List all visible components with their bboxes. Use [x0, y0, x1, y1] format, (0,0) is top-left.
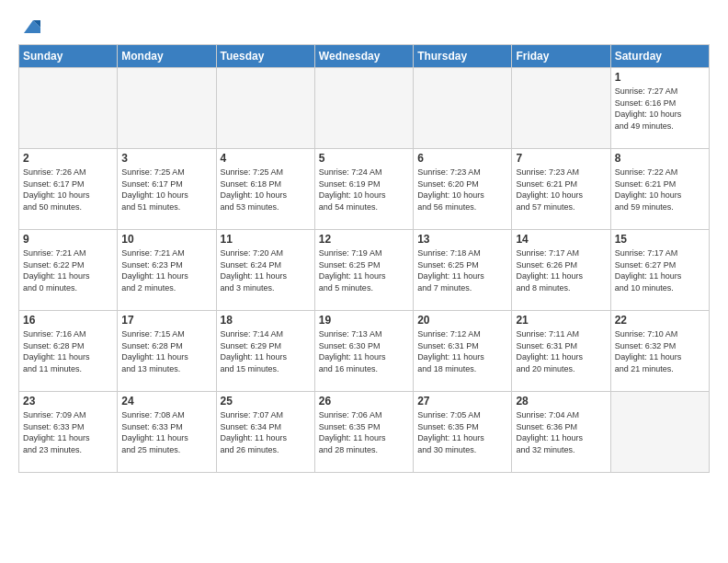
day-info: Sunrise: 7:26 AM Sunset: 6:17 PM Dayligh…: [23, 167, 113, 213]
weekday-wednesday: Wednesday: [314, 45, 413, 68]
day-number: 13: [417, 233, 507, 246]
day-number: 26: [319, 395, 409, 408]
day-number: 9: [23, 233, 113, 246]
day-number: 25: [221, 395, 311, 408]
empty-cell: [512, 68, 610, 149]
header: [18, 17, 710, 37]
day-info: Sunrise: 7:07 AM Sunset: 6:34 PM Dayligh…: [221, 409, 311, 455]
day-number: 21: [516, 314, 606, 327]
day-number: 4: [221, 152, 311, 165]
day-number: 7: [516, 152, 606, 165]
empty-cell: [118, 68, 216, 149]
day-18: 18Sunrise: 7:14 AM Sunset: 6:29 PM Dayli…: [216, 311, 314, 392]
day-3: 3Sunrise: 7:25 AM Sunset: 6:17 PM Daylig…: [118, 149, 216, 230]
weekday-thursday: Thursday: [414, 45, 512, 68]
weekday-saturday: Saturday: [610, 45, 709, 68]
day-info: Sunrise: 7:23 AM Sunset: 6:21 PM Dayligh…: [516, 167, 606, 213]
weekday-monday: Monday: [118, 45, 216, 68]
day-number: 10: [121, 233, 211, 246]
empty-cell: [19, 68, 118, 149]
week-row-3: 9Sunrise: 7:21 AM Sunset: 6:22 PM Daylig…: [19, 230, 710, 311]
empty-cell: [414, 68, 512, 149]
empty-cell: [216, 68, 314, 149]
week-row-1: 1Sunrise: 7:27 AM Sunset: 6:16 PM Daylig…: [19, 68, 710, 149]
logo: [18, 17, 40, 37]
day-number: 14: [516, 233, 606, 246]
day-28: 28Sunrise: 7:04 AM Sunset: 6:36 PM Dayli…: [512, 392, 610, 473]
day-4: 4Sunrise: 7:25 AM Sunset: 6:18 PM Daylig…: [216, 149, 314, 230]
day-info: Sunrise: 7:06 AM Sunset: 6:35 PM Dayligh…: [319, 409, 409, 455]
day-23: 23Sunrise: 7:09 AM Sunset: 6:33 PM Dayli…: [19, 392, 118, 473]
day-info: Sunrise: 7:19 AM Sunset: 6:25 PM Dayligh…: [319, 247, 409, 293]
day-number: 8: [615, 152, 705, 165]
day-info: Sunrise: 7:11 AM Sunset: 6:31 PM Dayligh…: [516, 328, 606, 374]
day-info: Sunrise: 7:08 AM Sunset: 6:33 PM Dayligh…: [121, 409, 211, 455]
week-row-2: 2Sunrise: 7:26 AM Sunset: 6:17 PM Daylig…: [19, 149, 710, 230]
day-25: 25Sunrise: 7:07 AM Sunset: 6:34 PM Dayli…: [216, 392, 314, 473]
weekday-header-row: SundayMondayTuesdayWednesdayThursdayFrid…: [19, 45, 710, 68]
calendar: SundayMondayTuesdayWednesdayThursdayFrid…: [18, 44, 710, 473]
day-26: 26Sunrise: 7:06 AM Sunset: 6:35 PM Dayli…: [314, 392, 413, 473]
day-13: 13Sunrise: 7:18 AM Sunset: 6:25 PM Dayli…: [414, 230, 512, 311]
day-number: 24: [121, 395, 211, 408]
weekday-friday: Friday: [512, 45, 610, 68]
day-27: 27Sunrise: 7:05 AM Sunset: 6:35 PM Dayli…: [414, 392, 512, 473]
empty-cell: [314, 68, 413, 149]
day-1: 1Sunrise: 7:27 AM Sunset: 6:16 PM Daylig…: [610, 68, 709, 149]
day-info: Sunrise: 7:09 AM Sunset: 6:33 PM Dayligh…: [23, 409, 113, 455]
day-number: 5: [319, 152, 409, 165]
day-15: 15Sunrise: 7:17 AM Sunset: 6:27 PM Dayli…: [610, 230, 709, 311]
day-number: 12: [319, 233, 409, 246]
day-info: Sunrise: 7:05 AM Sunset: 6:35 PM Dayligh…: [417, 409, 507, 455]
day-info: Sunrise: 7:13 AM Sunset: 6:30 PM Dayligh…: [319, 328, 409, 374]
day-info: Sunrise: 7:21 AM Sunset: 6:23 PM Dayligh…: [121, 247, 211, 293]
day-number: 22: [615, 314, 705, 327]
day-info: Sunrise: 7:25 AM Sunset: 6:17 PM Dayligh…: [121, 167, 211, 213]
day-info: Sunrise: 7:24 AM Sunset: 6:19 PM Dayligh…: [319, 167, 409, 213]
day-number: 18: [221, 314, 311, 327]
day-info: Sunrise: 7:10 AM Sunset: 6:32 PM Dayligh…: [615, 328, 705, 374]
day-info: Sunrise: 7:14 AM Sunset: 6:29 PM Dayligh…: [221, 328, 311, 374]
day-number: 2: [23, 152, 113, 165]
day-17: 17Sunrise: 7:15 AM Sunset: 6:28 PM Dayli…: [118, 311, 216, 392]
week-row-4: 16Sunrise: 7:16 AM Sunset: 6:28 PM Dayli…: [19, 311, 710, 392]
day-number: 3: [121, 152, 211, 165]
day-number: 20: [417, 314, 507, 327]
day-8: 8Sunrise: 7:22 AM Sunset: 6:21 PM Daylig…: [610, 149, 709, 230]
day-info: Sunrise: 7:20 AM Sunset: 6:24 PM Dayligh…: [221, 247, 311, 293]
day-info: Sunrise: 7:23 AM Sunset: 6:20 PM Dayligh…: [417, 167, 507, 213]
day-info: Sunrise: 7:16 AM Sunset: 6:28 PM Dayligh…: [23, 328, 113, 374]
day-9: 9Sunrise: 7:21 AM Sunset: 6:22 PM Daylig…: [19, 230, 118, 311]
day-12: 12Sunrise: 7:19 AM Sunset: 6:25 PM Dayli…: [314, 230, 413, 311]
day-22: 22Sunrise: 7:10 AM Sunset: 6:32 PM Dayli…: [610, 311, 709, 392]
day-number: 6: [417, 152, 507, 165]
day-6: 6Sunrise: 7:23 AM Sunset: 6:20 PM Daylig…: [414, 149, 512, 230]
day-7: 7Sunrise: 7:23 AM Sunset: 6:21 PM Daylig…: [512, 149, 610, 230]
day-info: Sunrise: 7:12 AM Sunset: 6:31 PM Dayligh…: [417, 328, 507, 374]
day-info: Sunrise: 7:22 AM Sunset: 6:21 PM Dayligh…: [615, 167, 705, 213]
day-info: Sunrise: 7:17 AM Sunset: 6:27 PM Dayligh…: [615, 247, 705, 293]
day-number: 11: [221, 233, 311, 246]
weekday-sunday: Sunday: [19, 45, 118, 68]
day-20: 20Sunrise: 7:12 AM Sunset: 6:31 PM Dayli…: [414, 311, 512, 392]
day-number: 28: [516, 395, 606, 408]
day-number: 19: [319, 314, 409, 327]
day-number: 1: [615, 71, 705, 84]
day-number: 17: [121, 314, 211, 327]
weekday-tuesday: Tuesday: [216, 45, 314, 68]
week-row-5: 23Sunrise: 7:09 AM Sunset: 6:33 PM Dayli…: [19, 392, 710, 473]
day-16: 16Sunrise: 7:16 AM Sunset: 6:28 PM Dayli…: [19, 311, 118, 392]
day-5: 5Sunrise: 7:24 AM Sunset: 6:19 PM Daylig…: [314, 149, 413, 230]
day-info: Sunrise: 7:04 AM Sunset: 6:36 PM Dayligh…: [516, 409, 606, 455]
day-10: 10Sunrise: 7:21 AM Sunset: 6:23 PM Dayli…: [118, 230, 216, 311]
day-24: 24Sunrise: 7:08 AM Sunset: 6:33 PM Dayli…: [118, 392, 216, 473]
day-number: 23: [23, 395, 113, 408]
logo-icon: [20, 17, 40, 37]
empty-cell: [610, 392, 709, 473]
page: SundayMondayTuesdayWednesdayThursdayFrid…: [0, 0, 728, 563]
day-info: Sunrise: 7:18 AM Sunset: 6:25 PM Dayligh…: [417, 247, 507, 293]
day-number: 15: [615, 233, 705, 246]
day-number: 27: [417, 395, 507, 408]
day-info: Sunrise: 7:25 AM Sunset: 6:18 PM Dayligh…: [221, 167, 311, 213]
day-21: 21Sunrise: 7:11 AM Sunset: 6:31 PM Dayli…: [512, 311, 610, 392]
